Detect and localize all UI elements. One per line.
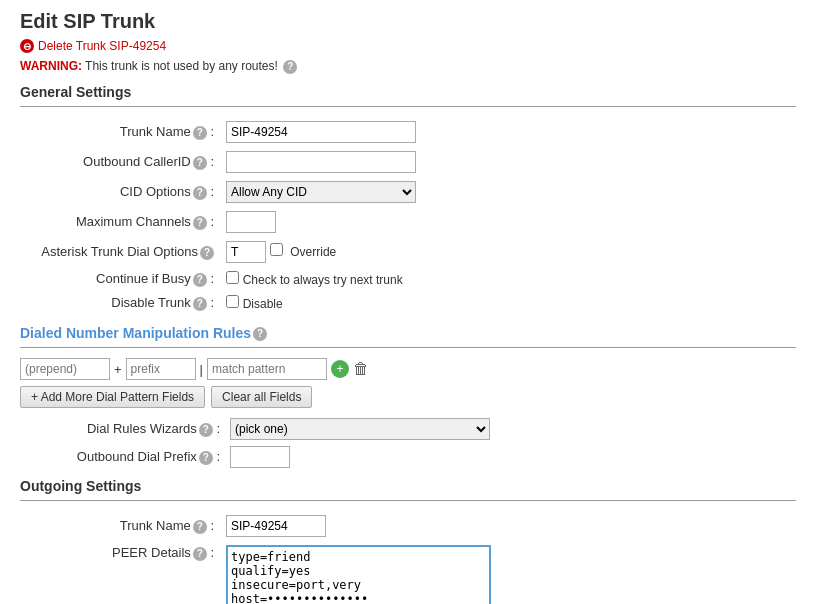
- outgoing-trunk-name-help-icon[interactable]: ?: [193, 520, 207, 534]
- outgoing-trunk-name-label: Trunk Name? :: [20, 511, 220, 541]
- dial-rules-row: Dial Rules Wizards? : (pick one) Standar…: [20, 418, 796, 440]
- warning-bar: WARNING: This trunk is not used by any r…: [20, 59, 796, 74]
- override-label: Override: [290, 245, 336, 259]
- continue-busy-text: Check to always try next trunk: [243, 273, 403, 287]
- max-channels-row: Maximum Channels? :: [20, 207, 796, 237]
- dial-pattern-buttons: + Add More Dial Pattern Fields Clear all…: [20, 386, 796, 408]
- override-checkbox[interactable]: [270, 243, 283, 256]
- disable-trunk-checkbox[interactable]: [226, 295, 239, 308]
- outbound-callerid-row: Outbound CallerID? :: [20, 147, 796, 177]
- outgoing-divider: [20, 500, 796, 501]
- max-channels-input[interactable]: [226, 211, 276, 233]
- asterisk-dial-row: Asterisk Trunk Dial Options? Override: [20, 237, 796, 267]
- trunk-name-help-icon[interactable]: ?: [193, 126, 207, 140]
- add-more-button[interactable]: + Add More Dial Pattern Fields: [20, 386, 205, 408]
- peer-details-label: PEER Details? :: [20, 541, 220, 604]
- peer-details-help-icon[interactable]: ?: [193, 547, 207, 561]
- dial-rules-help-icon[interactable]: ?: [199, 423, 213, 437]
- peer-details-textarea[interactable]: type=friend qualify=yes insecure=port,ve…: [226, 545, 491, 604]
- asterisk-dial-input[interactable]: [226, 241, 266, 263]
- outbound-prefix-input[interactable]: [230, 446, 290, 468]
- prepend-input[interactable]: [20, 358, 110, 380]
- outbound-prefix-row: Outbound Dial Prefix? :: [20, 446, 796, 468]
- disable-trunk-help-icon[interactable]: ?: [193, 297, 207, 311]
- outbound-prefix-help-icon[interactable]: ?: [199, 451, 213, 465]
- outbound-callerid-help-icon[interactable]: ?: [193, 156, 207, 170]
- general-divider: [20, 106, 796, 107]
- warning-bold: WARNING:: [20, 59, 82, 73]
- dial-rules-label: Dial Rules Wizards? :: [20, 421, 220, 437]
- add-row-icon[interactable]: +: [331, 360, 349, 378]
- outgoing-form-table: Trunk Name? : PEER Details? : type=frien…: [20, 511, 796, 604]
- pipe-separator: |: [200, 362, 203, 377]
- dialed-number-title: Dialed Number Manipulation Rules?: [20, 325, 796, 341]
- outgoing-trunk-name-row: Trunk Name? :: [20, 511, 796, 541]
- outbound-callerid-input[interactable]: [226, 151, 416, 173]
- dial-pattern-row: + | + 🗑: [20, 358, 796, 380]
- trunk-name-row: Trunk Name? :: [20, 117, 796, 147]
- outbound-prefix-label: Outbound Dial Prefix? :: [20, 449, 220, 465]
- dialed-number-help-icon[interactable]: ?: [253, 327, 267, 341]
- continue-busy-row: Continue if Busy? : Check to always try …: [20, 267, 796, 291]
- disable-label: Disable: [243, 297, 283, 311]
- clear-fields-button[interactable]: Clear all Fields: [211, 386, 312, 408]
- disable-trunk-row: Disable Trunk? : Disable: [20, 291, 796, 315]
- cid-options-select[interactable]: Allow Any CID Block Foreign CIDs Force T…: [226, 181, 416, 203]
- delete-trunk-link[interactable]: ⊖ Delete Trunk SIP-49254: [20, 39, 796, 53]
- outgoing-trunk-name-input[interactable]: [226, 515, 326, 537]
- continue-busy-checkbox[interactable]: [226, 271, 239, 284]
- cid-options-help-icon[interactable]: ?: [193, 186, 207, 200]
- asterisk-dial-label: Asterisk Trunk Dial Options?: [20, 237, 220, 267]
- max-channels-help-icon[interactable]: ?: [193, 216, 207, 230]
- general-settings-table: Trunk Name? : Outbound CallerID? : CID O…: [20, 117, 796, 315]
- warning-help-icon[interactable]: ?: [283, 60, 297, 74]
- dial-rules-select[interactable]: (pick one) Standard 7/10/11 Digit Dialin…: [230, 418, 490, 440]
- trunk-name-label: Trunk Name? :: [20, 117, 220, 147]
- cid-options-row: CID Options? : Allow Any CID Block Forei…: [20, 177, 796, 207]
- warning-text: This trunk is not used by any routes!: [82, 59, 278, 73]
- dialed-number-divider: [20, 347, 796, 348]
- continue-busy-help-icon[interactable]: ?: [193, 273, 207, 287]
- match-pattern-input[interactable]: [207, 358, 327, 380]
- page-title: Edit SIP Trunk: [20, 10, 796, 33]
- peer-details-row: PEER Details? : type=friend qualify=yes …: [20, 541, 796, 604]
- delete-row-icon[interactable]: 🗑: [353, 360, 369, 378]
- delete-icon: ⊖: [20, 39, 34, 53]
- outgoing-settings-title: Outgoing Settings: [20, 478, 796, 494]
- outbound-callerid-label: Outbound CallerID? :: [20, 147, 220, 177]
- delete-trunk-label: Delete Trunk SIP-49254: [38, 39, 166, 53]
- plus-separator: +: [114, 362, 122, 377]
- disable-trunk-label: Disable Trunk? :: [20, 291, 220, 315]
- continue-busy-label: Continue if Busy? :: [20, 267, 220, 291]
- prefix-input[interactable]: [126, 358, 196, 380]
- trunk-name-input[interactable]: [226, 121, 416, 143]
- max-channels-label: Maximum Channels? :: [20, 207, 220, 237]
- general-settings-title: General Settings: [20, 84, 796, 100]
- outgoing-settings-section: Outgoing Settings Trunk Name? : PEER Det…: [20, 478, 796, 604]
- cid-options-label: CID Options? :: [20, 177, 220, 207]
- asterisk-dial-help-icon[interactable]: ?: [200, 246, 214, 260]
